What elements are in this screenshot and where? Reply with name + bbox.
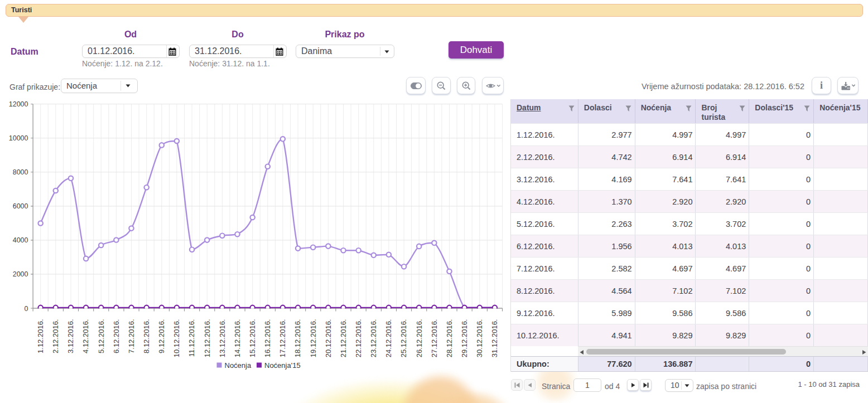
svg-text:30.12.2016.: 30.12.2016. (475, 319, 484, 358)
svg-text:22.12.2016.: 22.12.2016. (354, 319, 363, 358)
svg-text:12000: 12000 (9, 100, 28, 108)
svg-text:Noćenja'15: Noćenja'15 (264, 361, 301, 370)
svg-text:18.12.2016.: 18.12.2016. (293, 319, 302, 358)
svg-text:3.12.2016.: 3.12.2016. (66, 319, 75, 353)
svg-text:12.12.2016.: 12.12.2016. (203, 319, 211, 358)
svg-text:31.12.2016.: 31.12.2016. (490, 319, 499, 358)
svg-text:2000: 2000 (13, 270, 28, 278)
svg-text:15.12.2016.: 15.12.2016. (248, 319, 257, 358)
svg-text:27.12.2016.: 27.12.2016. (430, 319, 438, 358)
svg-text:5.12.2016.: 5.12.2016. (97, 319, 105, 353)
svg-text:10.12.2016.: 10.12.2016. (172, 319, 181, 358)
svg-text:14.12.2016.: 14.12.2016. (233, 319, 242, 358)
svg-text:9.12.2016.: 9.12.2016. (157, 319, 166, 353)
svg-text:17.12.2016.: 17.12.2016. (278, 319, 287, 358)
svg-text:20.12.2016.: 20.12.2016. (324, 319, 332, 358)
svg-text:28.12.2016.: 28.12.2016. (445, 319, 454, 358)
svg-text:23.12.2016.: 23.12.2016. (369, 319, 378, 358)
svg-text:11.12.2016.: 11.12.2016. (187, 319, 196, 357)
svg-text:25.12.2016.: 25.12.2016. (399, 319, 408, 358)
svg-text:8000: 8000 (13, 168, 28, 176)
svg-text:6000: 6000 (13, 202, 28, 210)
svg-text:24.12.2016.: 24.12.2016. (384, 319, 393, 358)
svg-text:21.12.2016.: 21.12.2016. (339, 319, 348, 358)
svg-text:10000: 10000 (9, 134, 28, 142)
svg-text:29.12.2016.: 29.12.2016. (460, 319, 469, 358)
svg-text:16.12.2016.: 16.12.2016. (263, 319, 272, 358)
svg-text:1.12.2016.: 1.12.2016. (36, 319, 45, 353)
svg-text:4000: 4000 (13, 236, 28, 244)
svg-text:4.12.2016.: 4.12.2016. (81, 319, 90, 353)
svg-text:13.12.2016.: 13.12.2016. (218, 319, 226, 358)
svg-text:Noćenja: Noćenja (225, 361, 252, 370)
svg-text:19.12.2016.: 19.12.2016. (309, 319, 317, 358)
svg-text:2.12.2016.: 2.12.2016. (51, 319, 60, 353)
svg-text:0: 0 (25, 305, 28, 313)
svg-text:6.12.2016.: 6.12.2016. (112, 319, 120, 353)
svg-text:26.12.2016.: 26.12.2016. (415, 319, 423, 358)
svg-text:7.12.2016.: 7.12.2016. (127, 319, 136, 353)
svg-text:8.12.2016.: 8.12.2016. (142, 319, 151, 353)
